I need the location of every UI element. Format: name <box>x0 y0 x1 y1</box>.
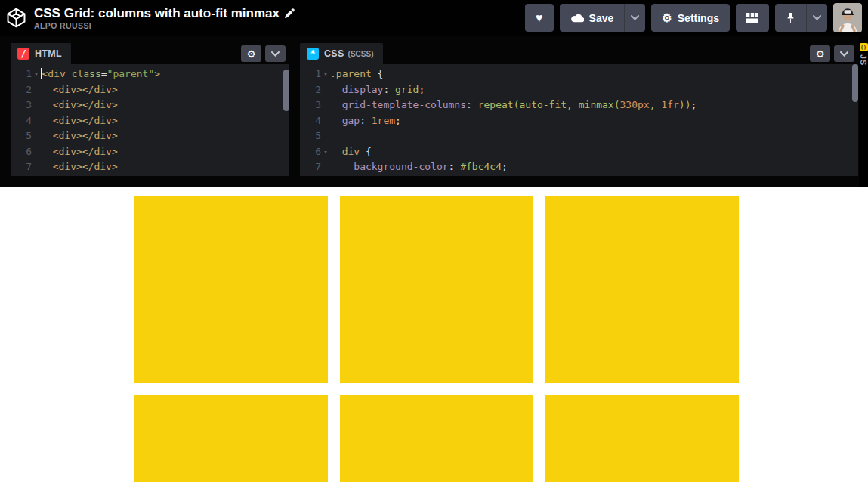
save-label: Save <box>589 12 614 24</box>
codepen-editor-page: CSS Grid: columns with auto-fit minmax A… <box>0 0 868 482</box>
settings-button[interactable]: ⚙ Settings <box>651 4 730 32</box>
tab-js-collapsed[interactable]: () JS <box>859 36 868 187</box>
code-text: <div></div> <box>41 128 118 144</box>
grid-box <box>545 395 739 482</box>
fold-spacer <box>32 97 41 113</box>
gear-icon: ⚙ <box>816 48 825 60</box>
code-line: 4 <div></div> <box>11 113 289 129</box>
editor-section: / HTML ⚙ 1▾<div class="parent">2 <di <box>0 36 868 187</box>
codepen-cube-icon <box>6 8 26 28</box>
line-number: 5 <box>17 128 32 144</box>
code-text: div { <box>330 144 372 160</box>
code-line: 3 <div></div> <box>11 97 289 113</box>
html-code-editor[interactable]: 1▾<div class="parent">2 <div></div>3 <di… <box>11 64 289 176</box>
code-line: 4 gap: 1rem; <box>300 113 858 129</box>
grid-box <box>134 395 328 482</box>
chevron-down-icon <box>271 51 280 57</box>
pen-title[interactable]: CSS Grid: columns with auto-fit minmax <box>34 6 280 20</box>
html-editor-scrollbar[interactable] <box>283 70 289 111</box>
chevron-down-icon <box>631 15 639 20</box>
line-number: 6 <box>306 144 321 160</box>
css-panel: * CSS (SCSS) ⚙ 1▾.parent {2 <box>300 43 858 176</box>
gear-icon: ⚙ <box>247 48 256 60</box>
code-line: 6 <div></div> <box>11 144 289 160</box>
code-text: background-color: #fbc4c4; <box>330 159 508 175</box>
line-number: 2 <box>306 82 321 98</box>
line-number: 6 <box>17 144 32 160</box>
code-text: <div></div> <box>41 113 118 129</box>
line-number: 7 <box>17 159 32 175</box>
line-number: 1 <box>306 66 321 82</box>
line-number: 5 <box>306 128 321 144</box>
code-text: display: grid; <box>330 82 425 98</box>
code-text: .parent { <box>330 66 383 82</box>
css-panel-buttons: ⚙ <box>810 43 858 64</box>
css-panel-icon: * <box>307 48 319 60</box>
grid-box <box>134 196 328 383</box>
header-actions: ♥ Save ⚙ Settings <box>525 3 868 32</box>
js-tab-label: JS <box>859 54 868 66</box>
fold-spacer <box>32 128 41 144</box>
code-line: 7 <div></div> <box>11 159 289 175</box>
css-editor-scrollbar[interactable] <box>852 64 858 102</box>
code-line: 7 background-color: #fbc4c4; <box>300 159 858 175</box>
fold-arrow-icon[interactable]: ▾ <box>32 66 41 82</box>
codepen-logo[interactable] <box>6 8 26 28</box>
css-settings-button[interactable]: ⚙ <box>810 45 830 62</box>
pin-button[interactable] <box>775 4 806 32</box>
heart-icon: ♥ <box>536 12 543 24</box>
fold-spacer <box>321 159 330 175</box>
code-text: <div></div> <box>41 97 118 113</box>
html-settings-button[interactable]: ⚙ <box>241 45 261 62</box>
save-button[interactable]: Save <box>560 4 625 32</box>
settings-label: Settings <box>678 12 719 24</box>
like-button[interactable]: ♥ <box>525 4 554 32</box>
code-line: 5 <box>300 128 858 144</box>
preview-pane <box>0 187 868 482</box>
tab-css[interactable]: * CSS (SCSS) <box>300 43 383 64</box>
code-line: 6▾ div { <box>300 144 858 160</box>
code-text: <div class="parent"> <box>41 66 160 82</box>
fold-spacer <box>321 113 330 129</box>
code-line: 2 <div></div> <box>11 82 289 98</box>
css-tab-row: * CSS (SCSS) ⚙ <box>300 43 858 64</box>
css-tab-label: CSS <box>324 48 344 59</box>
cloud-icon <box>570 13 584 23</box>
fold-arrow-icon[interactable]: ▾ <box>321 66 330 82</box>
fold-spacer <box>32 159 41 175</box>
html-panel: / HTML ⚙ 1▾<div class="parent">2 <di <box>11 43 289 176</box>
save-split-button: Save <box>560 4 646 32</box>
change-view-button[interactable] <box>736 4 769 32</box>
html-tab-row: / HTML ⚙ <box>11 43 289 64</box>
line-number: 1 <box>17 66 32 82</box>
line-number: 3 <box>17 97 32 113</box>
save-dropdown-button[interactable] <box>624 4 645 32</box>
layout-grid-icon <box>746 13 758 23</box>
code-line: 1▾<div class="parent"> <box>11 66 289 82</box>
fold-spacer <box>321 97 330 113</box>
css-code-editor[interactable]: 1▾.parent {2 display: grid;3 grid-templa… <box>300 64 858 176</box>
html-panel-icon: / <box>17 48 29 60</box>
grid-box <box>545 196 739 383</box>
code-text: grid-template-columns: repeat(auto-fit, … <box>330 97 697 113</box>
chevron-down-icon <box>840 51 848 57</box>
css-collapse-button[interactable] <box>834 45 854 62</box>
grid-box <box>340 395 533 482</box>
avatar[interactable] <box>833 3 862 32</box>
pen-title-block: CSS Grid: columns with auto-fit minmax A… <box>34 6 295 30</box>
html-collapse-button[interactable] <box>265 45 286 62</box>
pin-dropdown-button[interactable] <box>806 4 827 32</box>
html-panel-buttons: ⚙ <box>241 43 289 64</box>
edit-pencil-icon[interactable] <box>285 8 295 18</box>
fold-spacer <box>321 128 330 144</box>
fold-spacer <box>321 82 330 98</box>
fold-arrow-icon[interactable]: ▾ <box>321 144 330 160</box>
code-line: 5 <div></div> <box>11 128 289 144</box>
tab-html[interactable]: / HTML <box>11 43 71 64</box>
css-preprocessor-label: (SCSS) <box>348 50 374 58</box>
line-number: 4 <box>306 113 321 129</box>
avatar-image <box>833 3 862 32</box>
pushpin-icon <box>786 13 795 23</box>
gear-icon: ⚙ <box>662 12 672 23</box>
panel-resize-handle[interactable] <box>289 36 300 187</box>
